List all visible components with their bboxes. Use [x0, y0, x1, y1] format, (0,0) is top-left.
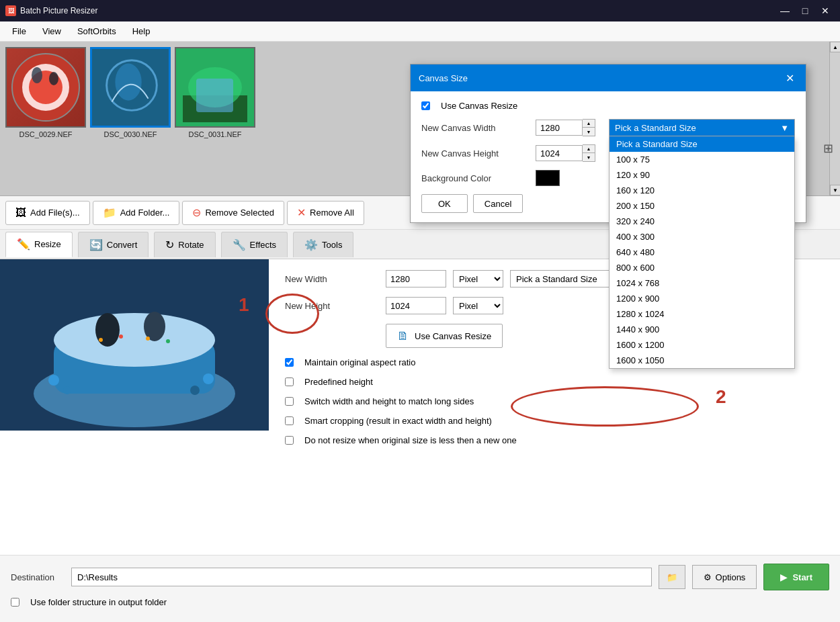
new-width-label: New Width	[285, 274, 379, 284]
remove-selected-button[interactable]: ⊖ Remove Selected	[182, 201, 284, 225]
bg-color-label: Background Color	[421, 173, 529, 183]
rotate-tab-icon: ↻	[165, 238, 174, 251]
bottom-bar: Destination 📁 ⚙ Options ▶ Start Use fold…	[0, 555, 840, 622]
width-unit-select[interactable]: Pixel Percent cm mm inch	[453, 270, 503, 287]
browse-folder-button[interactable]: 📁	[659, 565, 685, 589]
do-not-resize-checkbox[interactable]	[285, 436, 294, 445]
maximize-button[interactable]: □	[796, 1, 814, 20]
canvas-width-spinner: ▲ ▼	[583, 119, 595, 136]
image-thumb-2[interactable]: DSC_0030.NEF	[90, 47, 171, 138]
new-height-input[interactable]	[386, 297, 446, 314]
predefined-height-label: Predefined height	[304, 377, 373, 387]
dropdown-arrow-icon: ▼	[780, 123, 789, 133]
standard-size-dropdown-header[interactable]: Pick a Standard Size ▼	[609, 119, 795, 136]
add-folder-icon: 📁	[103, 206, 116, 219]
image-panel-scrollbar[interactable]: ▲ ▼	[829, 42, 840, 195]
svg-point-25	[166, 339, 170, 343]
menu-softorbits[interactable]: SoftOrbits	[71, 24, 123, 39]
add-files-button[interactable]: 🖼 Add File(s)...	[5, 201, 90, 225]
destination-input[interactable]	[71, 568, 652, 586]
scroll-down-button[interactable]: ▼	[830, 185, 840, 195]
image-thumb-3[interactable]: DSC_0031.NEF	[175, 47, 255, 138]
svg-point-16	[48, 375, 59, 386]
menu-view[interactable]: View	[36, 24, 68, 39]
dialog-title: Canvas Size	[419, 73, 468, 83]
image-thumb-1[interactable]: DSC_0029.NEF	[5, 47, 86, 138]
canvas-width-row: New Canvas Width ▲ ▼ Pick a Standard Siz…	[421, 119, 795, 136]
minimize-button[interactable]: —	[775, 1, 794, 20]
dialog-ok-button[interactable]: OK	[421, 194, 468, 213]
remove-all-icon: ✕	[297, 206, 306, 219]
size-option-6[interactable]: 400 x 300	[610, 229, 794, 245]
thumb-img-2	[90, 47, 171, 128]
folder-structure-row: Use folder structure in output folder	[11, 597, 829, 607]
svg-point-7	[115, 64, 141, 101]
start-button[interactable]: ▶ Start	[763, 564, 829, 590]
canvas-height-up[interactable]: ▲	[583, 145, 595, 153]
tab-convert[interactable]: 🔄 Convert	[78, 232, 149, 257]
grid-view-icon[interactable]: ⊞	[823, 141, 833, 156]
canvas-icon: 🗎	[397, 329, 409, 343]
folder-structure-checkbox[interactable]	[11, 598, 19, 607]
add-files-label: Add File(s)...	[30, 208, 80, 218]
size-option-3[interactable]: 160 x 120	[610, 183, 794, 198]
tab-resize[interactable]: ✏️ Resize	[5, 232, 73, 257]
use-canvas-checkbox[interactable]	[421, 101, 430, 110]
close-button[interactable]: ✕	[816, 1, 835, 20]
tab-effects[interactable]: 🔧 Effects	[221, 232, 288, 257]
add-folder-button[interactable]: 📁 Add Folder...	[93, 201, 180, 225]
canvas-height-input[interactable]	[536, 145, 583, 161]
size-option-12[interactable]: 1440 x 900	[610, 322, 794, 337]
dialog-cancel-button[interactable]: Cancel	[473, 194, 523, 213]
smart-crop-checkbox[interactable]	[285, 416, 294, 425]
svg-point-22	[99, 338, 103, 342]
smart-crop-label: Smart cropping (result in exact width an…	[304, 416, 492, 426]
tools-tab-icon: ⚙️	[304, 238, 318, 251]
browse-folder-icon: 📁	[667, 572, 677, 582]
size-option-10[interactable]: 1200 x 900	[610, 291, 794, 306]
size-option-13[interactable]: 1600 x 1200	[610, 337, 794, 353]
dialog-close-button[interactable]: ✕	[782, 70, 798, 86]
dialog-title-bar: Canvas Size ✕	[411, 64, 806, 91]
canvas-width-up[interactable]: ▲	[583, 120, 595, 128]
remove-all-button[interactable]: ✕ Remove All	[287, 201, 364, 225]
do-not-resize-label: Do not resize when original size is less…	[304, 435, 517, 445]
maintain-aspect-checkbox[interactable]	[285, 358, 294, 367]
canvas-width-down[interactable]: ▼	[583, 128, 595, 136]
size-option-9[interactable]: 1024 x 768	[610, 275, 794, 291]
size-option-2[interactable]: 120 x 90	[610, 167, 794, 183]
menu-help[interactable]: Help	[126, 24, 157, 39]
svg-point-24	[146, 337, 150, 341]
size-option-11[interactable]: 1280 x 1024	[610, 306, 794, 322]
new-width-input[interactable]	[386, 270, 446, 287]
thumb-label-3: DSC_0031.NEF	[189, 130, 242, 138]
remove-selected-icon: ⊖	[192, 206, 201, 219]
size-option-8[interactable]: 800 x 600	[610, 260, 794, 275]
tab-rotate[interactable]: ↻ Rotate	[154, 232, 215, 257]
canvas-width-label: New Canvas Width	[421, 123, 529, 133]
size-option-0[interactable]: Pick a Standard Size	[610, 136, 794, 152]
height-unit-select[interactable]: Pixel Percent cm mm inch	[453, 297, 503, 314]
effects-tab-icon: 🔧	[233, 238, 246, 251]
canvas-height-down[interactable]: ▼	[583, 153, 595, 161]
predefined-height-checkbox[interactable]	[285, 377, 294, 386]
size-option-7[interactable]: 640 x 480	[610, 245, 794, 260]
options-label: Options	[716, 572, 746, 582]
size-option-1[interactable]: 100 x 75	[610, 152, 794, 167]
menu-file[interactable]: File	[5, 24, 33, 39]
switch-wh-checkbox[interactable]	[285, 397, 294, 406]
size-option-14[interactable]: 1600 x 1050	[610, 353, 794, 368]
tab-tools[interactable]: ⚙️ Tools	[293, 232, 353, 257]
effects-tab-label: Effects	[250, 240, 277, 250]
canvas-resize-button[interactable]: 🗎 Use Canvas Resize	[386, 324, 503, 348]
remove-selected-label: Remove Selected	[205, 208, 274, 218]
dropdown-selected-label: Pick a Standard Size	[615, 123, 696, 133]
canvas-width-input[interactable]	[536, 120, 583, 136]
scroll-up-button[interactable]: ▲	[830, 42, 840, 52]
options-button[interactable]: ⚙ Options	[692, 565, 757, 589]
canvas-height-spinner: ▲ ▼	[583, 144, 595, 162]
size-option-5[interactable]: 320 x 240	[610, 214, 794, 229]
bg-color-swatch[interactable]	[536, 170, 560, 186]
size-option-4[interactable]: 200 x 150	[610, 198, 794, 214]
svg-point-4	[49, 72, 58, 85]
